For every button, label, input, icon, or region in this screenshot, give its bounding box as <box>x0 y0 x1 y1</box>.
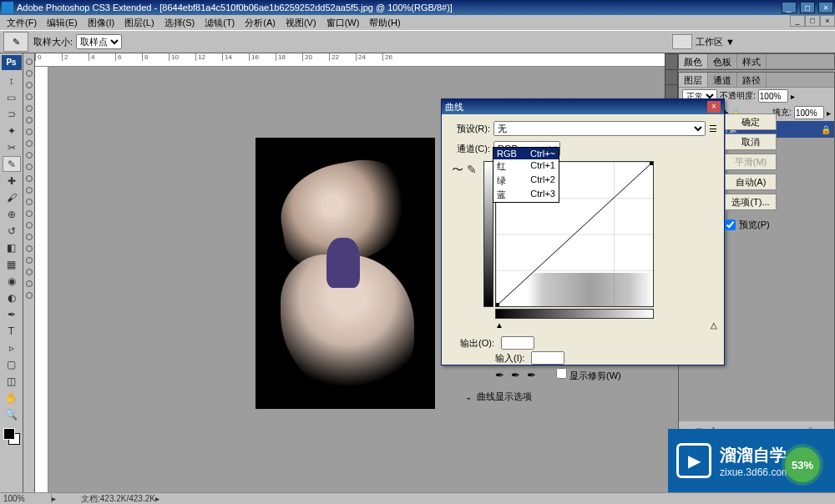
hand-tool[interactable]: ✋ <box>3 390 21 406</box>
gradient-tool[interactable]: ▦ <box>3 256 21 272</box>
eraser-tool[interactable]: ◧ <box>3 239 21 255</box>
tab-color[interactable]: 颜色 <box>679 54 708 68</box>
tab-paths[interactable]: 路径 <box>737 73 767 87</box>
shape-tool[interactable]: ▢ <box>3 356 21 372</box>
output-input[interactable] <box>501 336 534 350</box>
svg-rect-2 <box>650 162 653 165</box>
fill-arrow-icon[interactable]: ▸ <box>827 108 831 118</box>
menu-help[interactable]: 帮助(H) <box>366 17 403 29</box>
type-tool[interactable]: T <box>3 323 21 339</box>
lock-indicator-icon: 🔒 <box>821 125 831 134</box>
fill-input[interactable] <box>794 106 824 119</box>
menu-filter[interactable]: 滤镜(T) <box>201 17 238 29</box>
options-bar: ✎ 取样大小: 取样点 工作区 ▼ <box>0 30 835 53</box>
opacity-label: 不透明度: <box>720 90 756 102</box>
channel-dropdown[interactable]: RGBCtrl+~ 红Ctrl+1 绿Ctrl+2 蓝Ctrl+3 <box>493 147 559 203</box>
window-titlebar: Adobe Photoshop CS3 Extended - [8644ebf8… <box>0 0 835 15</box>
brush-tool[interactable]: 🖌 <box>3 189 21 205</box>
color-swatches[interactable] <box>2 426 22 446</box>
doc-close[interactable]: × <box>820 15 835 27</box>
doc-restore[interactable]: □ <box>805 15 820 27</box>
cancel-button[interactable]: 取消 <box>725 134 777 150</box>
docinfo-arrow-icon[interactable]: ▸ <box>155 494 159 503</box>
channel-option-rgb[interactable]: RGBCtrl+~ <box>493 148 559 159</box>
curves-dialog: 曲线 × 预设(R): 无 ☰ 通道(C): RGB 〜 ✎ ▲△ 输出(O): <box>441 98 725 365</box>
play-icon: ▶ <box>676 443 711 478</box>
menu-image[interactable]: 图像(I) <box>84 17 118 29</box>
menu-file[interactable]: 文件(F) <box>3 17 40 29</box>
channel-option-blue[interactable]: 蓝Ctrl+3 <box>493 188 559 202</box>
sample-size-select[interactable]: 取样点 <box>76 34 122 49</box>
dialog-titlebar[interactable]: 曲线 × <box>442 99 724 114</box>
path-tool[interactable]: ▹ <box>3 340 21 355</box>
menu-analysis[interactable]: 分析(A) <box>241 17 279 29</box>
channel-label: 通道(C): <box>448 143 490 155</box>
input-label: 输入(I): <box>495 352 524 365</box>
crop-tool[interactable]: ✂ <box>3 139 21 155</box>
window-title: Adobe Photoshop CS3 Extended - [8644ebf8… <box>17 3 781 13</box>
move-tool[interactable]: ↕ <box>3 73 21 88</box>
eyedropper-tool[interactable]: ✎ <box>3 156 21 172</box>
input-input[interactable] <box>531 351 564 365</box>
close-button[interactable]: × <box>818 2 833 13</box>
dodge-tool[interactable]: ◐ <box>3 290 21 305</box>
window-controls: _ □ × <box>781 2 833 13</box>
curve-mode-icons[interactable]: 〜 ✎ <box>452 163 477 178</box>
channel-option-red[interactable]: 红Ctrl+1 <box>493 159 559 174</box>
blur-tool[interactable]: ◉ <box>3 273 21 289</box>
zoom-level[interactable]: 100% <box>3 494 52 503</box>
show-clipping-checkbox[interactable]: 显示修剪(W) <box>556 368 621 382</box>
preview-checkbox[interactable]: 预览(P) <box>725 219 777 231</box>
doc-minimize[interactable]: _ <box>790 15 805 27</box>
slider-white-icon[interactable]: △ <box>711 320 717 330</box>
document-info: 文档:423.2K/423.2K <box>81 493 155 505</box>
menu-layer[interactable]: 图层(L) <box>121 17 157 29</box>
menu-select[interactable]: 选择(S) <box>161 17 199 29</box>
stamp-tool[interactable]: ⊕ <box>3 206 21 222</box>
ps-logo[interactable]: Ps <box>2 55 22 70</box>
channel-option-green[interactable]: 绿Ctrl+2 <box>493 174 559 188</box>
minimize-button[interactable]: _ <box>782 2 797 13</box>
healing-tool[interactable]: ✚ <box>3 173 21 189</box>
panel-dock[interactable] <box>665 53 678 102</box>
tab-styles[interactable]: 样式 <box>737 54 767 68</box>
pen-tool[interactable]: ✒ <box>3 306 21 322</box>
status-arrow-icon[interactable]: ▸ <box>52 494 56 503</box>
history-brush-tool[interactable]: ↺ <box>3 223 21 239</box>
preset-menu-icon[interactable]: ☰ <box>709 123 717 134</box>
auto-button[interactable]: 自动(A) <box>725 174 777 190</box>
dialog-buttons: 确定 取消 平滑(M) 自动(A) 选项(T)... 预览(P) <box>725 113 777 231</box>
maximize-button[interactable]: □ <box>800 2 815 13</box>
menu-edit[interactable]: 编辑(E) <box>43 17 81 29</box>
workspace-switcher[interactable]: 工作区 ▼ <box>672 34 735 49</box>
toolbox: Ps ↕ ▭ ⊃ ✦ ✂ ✎ ✚ 🖌 ⊕ ↺ ◧ ▦ ◉ ◐ ✒ T ▹ ▢ ◫… <box>0 53 23 504</box>
dialog-close-button[interactable]: × <box>707 101 721 113</box>
menu-view[interactable]: 视图(V) <box>282 17 320 29</box>
tab-channels[interactable]: 通道 <box>708 73 737 87</box>
doc-window-controls: _ □ × <box>790 15 835 27</box>
expand-icon[interactable]: ⌄ <box>465 392 472 401</box>
opacity-input[interactable] <box>758 89 788 103</box>
curve-display-options[interactable]: 曲线显示选项 <box>477 391 532 403</box>
smooth-button: 平滑(M) <box>725 154 777 170</box>
zoom-tool[interactable]: 🔍 <box>3 406 21 422</box>
watermark-url: zixue.3d66.com <box>720 466 790 478</box>
ok-button[interactable]: 确定 <box>725 113 777 130</box>
gray-point-eyedropper[interactable]: ✒ <box>511 369 520 381</box>
opacity-arrow-icon[interactable]: ▸ <box>791 92 795 101</box>
black-point-eyedropper[interactable]: ✒ <box>495 369 504 381</box>
lasso-tool[interactable]: ⊃ <box>3 106 21 122</box>
document-image[interactable] <box>256 138 435 409</box>
wand-tool[interactable]: ✦ <box>3 123 21 139</box>
options-button[interactable]: 选项(T)... <box>725 194 777 210</box>
tab-layers[interactable]: 图层 <box>679 73 708 87</box>
menu-bar[interactable]: 文件(F) 编辑(E) 图像(I) 图层(L) 选择(S) 滤镜(T) 分析(A… <box>0 15 835 30</box>
menu-window[interactable]: 窗口(W) <box>323 17 363 29</box>
white-point-eyedropper[interactable]: ✒ <box>527 369 536 381</box>
notes-tool[interactable]: ◫ <box>3 373 21 389</box>
tab-swatches[interactable]: 色板 <box>708 54 737 68</box>
slider-black-icon[interactable]: ▲ <box>495 320 504 330</box>
current-tool-icon[interactable]: ✎ <box>3 32 28 52</box>
preset-select[interactable]: 无 <box>493 121 706 136</box>
marquee-tool[interactable]: ▭ <box>3 89 21 105</box>
